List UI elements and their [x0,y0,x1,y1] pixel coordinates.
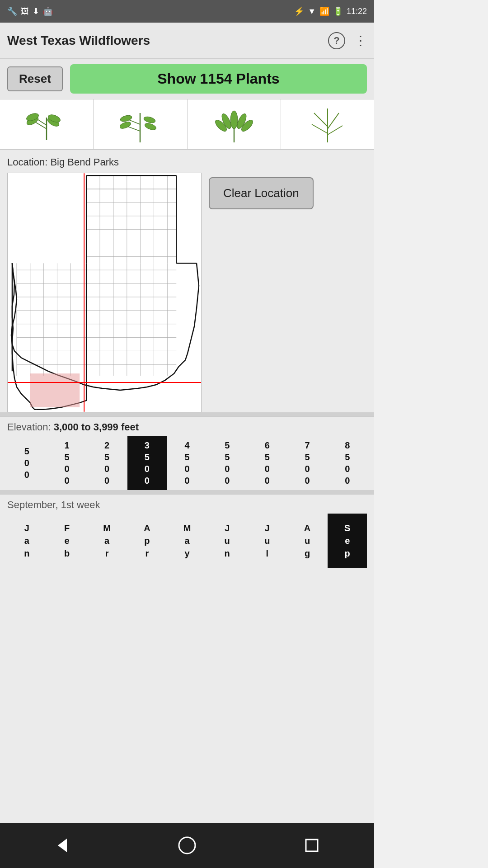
month-tile-jan[interactable]: Jan [7,514,47,568]
clock: 11:22 [347,7,367,16]
reset-button[interactable]: Reset [7,66,63,91]
app-bar-actions: ? ⋮ [328,32,367,49]
elev-tile-2500[interactable]: 2500 [87,436,127,490]
elev-tile-8500[interactable]: 8500 [328,436,367,490]
texas-map[interactable] [7,173,202,412]
month-tile-feb[interactable]: Feb [47,514,87,568]
elevation-label: Elevation: 3,000 to 3,999 feet [7,421,367,433]
leaf-svg-3 [214,104,254,145]
elev-tile-1500[interactable]: 1500 [47,436,87,490]
bottom-nav [0,823,374,868]
month-tile-mar[interactable]: Mar [87,514,127,568]
clear-location-button[interactable]: Clear Location [209,177,314,209]
leaf-image-3[interactable] [188,99,281,149]
back-button[interactable] [51,834,74,857]
action-row: Reset Show 1154 Plants [0,59,374,99]
elevation-separator [0,412,374,416]
leaf-image-4[interactable] [281,99,374,149]
battery-icon: 🔋 [333,6,343,16]
month-tile-may[interactable]: May [168,514,207,568]
recents-button[interactable] [300,834,323,857]
elevation-range: 3,000 to 3,999 feet [54,421,139,433]
month-tile-aug[interactable]: Aug [288,514,327,568]
svg-line-23 [312,124,328,133]
elev-tile-500[interactable]: 500 [7,436,47,490]
help-icon: ? [328,32,345,49]
svg-line-22 [328,113,339,129]
leaf-image-2[interactable] [94,99,187,149]
download-icon: ⬇ [33,6,39,16]
image-icon: 🖼 [21,7,29,16]
recents-icon [300,834,323,857]
svg-line-24 [328,126,343,135]
leaf-image-row [0,99,374,150]
svg-marker-67 [58,839,67,852]
svg-point-11 [120,114,132,123]
month-tile-row: Jan Feb Mar Apr May Jun Jul Aug Sep [7,514,367,568]
svg-point-68 [179,837,195,854]
svg-rect-69 [306,840,318,851]
leaf-svg-1 [26,104,67,145]
svg-point-13 [143,116,156,124]
leaf-image-1[interactable] [0,99,94,149]
bluetooth-icon: ⚡ [294,6,304,16]
svg-rect-64 [30,373,80,407]
leaf-svg-2 [120,104,160,145]
elev-tile-7500[interactable]: 7500 [288,436,327,490]
help-button[interactable]: ? [328,32,345,49]
show-plants-button[interactable]: Show 1154 Plants [70,64,367,94]
status-right-icons: ⚡ ▼ 📶 🔋 11:22 [294,6,367,16]
elev-tile-5500[interactable]: 5500 [207,436,247,490]
month-tile-jun[interactable]: Jun [207,514,247,568]
svg-point-10 [120,121,131,130]
android-icon: 🤖 [43,6,53,16]
month-tile-jul[interactable]: Jul [248,514,287,568]
back-icon [51,834,74,857]
status-left-icons: 🔧 🖼 ⬇ 🤖 [7,6,53,16]
overflow-menu-icon: ⋮ [354,33,367,48]
svg-line-21 [314,113,328,127]
location-label: Location: Big Bend Parks [7,156,367,168]
spacer [0,568,374,823]
app-bar: West Texas Wildflowers ? ⋮ [0,23,374,59]
map-svg [8,173,201,412]
svg-line-8 [128,127,140,131]
status-bar: 🔧 🖼 ⬇ 🤖 ⚡ ▼ 📶 🔋 11:22 [0,0,374,23]
app-title: West Texas Wildflowers [7,33,328,48]
svg-point-15 [230,111,238,129]
svg-line-1 [35,122,47,129]
month-label: September, 1st week [7,499,367,511]
elev-tile-4500[interactable]: 4500 [168,436,207,490]
month-tile-sep[interactable]: Sep [328,514,367,568]
month-section: September, 1st week Jan Feb Mar Apr May … [0,494,374,568]
wrench-icon: 🔧 [7,6,17,16]
wifi-icon: ▼ [308,7,316,16]
location-content: Clear Location [7,173,367,412]
leaf-svg-4 [307,104,348,145]
home-icon [176,834,198,857]
menu-button[interactable]: ⋮ [354,33,367,48]
svg-point-12 [144,122,157,131]
signal-icon: 📶 [319,6,329,16]
elev-tile-6500[interactable]: 6500 [248,436,287,490]
elevation-tile-row: 500 1500 2500 3500 4500 5500 6500 7500 8… [7,436,367,490]
home-button[interactable] [176,834,198,857]
location-section: Location: Big Bend Parks [0,150,374,412]
elevation-section: Elevation: 3,000 to 3,999 feet 500 1500 … [0,416,374,490]
month-tile-apr[interactable]: Apr [127,514,167,568]
elev-tile-3500[interactable]: 3500 [127,436,167,490]
month-separator [0,490,374,494]
